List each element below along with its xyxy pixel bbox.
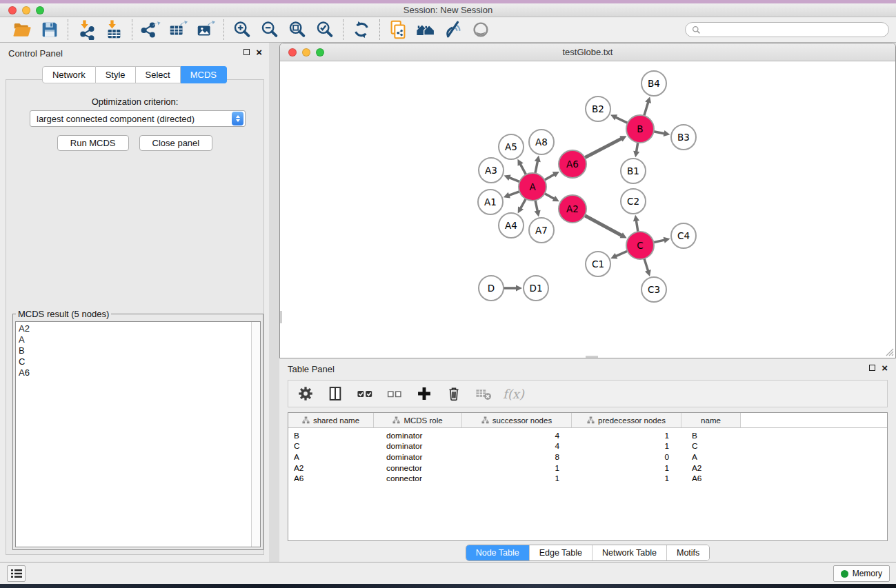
- table-row[interactable]: A6connector11A6: [288, 473, 887, 484]
- graph-node-C1[interactable]: C1: [586, 252, 610, 276]
- node-table[interactable]: shared name MCDS role successor nodes pr…: [288, 412, 888, 541]
- table-cell: C: [681, 441, 741, 452]
- table-cell: C: [288, 441, 374, 452]
- run-mcds-button[interactable]: Run MCDS: [57, 135, 129, 151]
- network-canvas[interactable]: B4B2BB3A8A5A6B1A3AC2A1A2A4A7C4CC1C3DD1: [280, 61, 895, 358]
- refresh-layout-icon[interactable]: [348, 18, 375, 41]
- result-item[interactable]: A: [16, 334, 250, 345]
- resize-grip[interactable]: [885, 347, 894, 356]
- add-column-icon[interactable]: [414, 383, 435, 404]
- graph-node-C2[interactable]: C2: [621, 189, 646, 214]
- graph-node-C3[interactable]: C3: [641, 277, 666, 302]
- table-cell: A6: [681, 473, 741, 484]
- import-network-icon[interactable]: [72, 18, 100, 41]
- tab-motifs[interactable]: Motifs: [666, 545, 709, 560]
- export-network-icon[interactable]: [137, 18, 164, 41]
- column-header-successor-nodes[interactable]: successor nodes: [462, 413, 572, 427]
- graph-node-A4[interactable]: A4: [499, 213, 524, 238]
- tab-node-table[interactable]: Node Table: [466, 545, 529, 560]
- close-panel-icon[interactable]: ×: [256, 48, 262, 56]
- close-table-panel-icon[interactable]: ×: [882, 364, 888, 372]
- close-panel-button[interactable]: Close panel: [139, 135, 213, 151]
- open-session-icon[interactable]: [8, 18, 36, 41]
- graph-node-C4[interactable]: C4: [671, 223, 696, 248]
- float-table-panel-icon[interactable]: [869, 365, 875, 371]
- graph-node-A6[interactable]: A6: [559, 150, 586, 178]
- graph-node-A2[interactable]: A2: [559, 195, 586, 223]
- search-box[interactable]: [685, 22, 889, 37]
- graph-node-A8[interactable]: A8: [529, 130, 554, 154]
- graph-node-B[interactable]: B: [626, 115, 654, 143]
- result-item[interactable]: A2: [16, 323, 250, 334]
- export-table-icon[interactable]: [164, 18, 192, 41]
- column-header-predecessor-nodes[interactable]: predecessor nodes: [572, 413, 681, 427]
- network-maximize-button[interactable]: [316, 48, 324, 57]
- graph-node-A1[interactable]: A1: [478, 190, 503, 214]
- task-history-button[interactable]: [7, 565, 26, 582]
- tab-mcds[interactable]: MCDS: [181, 66, 227, 83]
- delete-columns-icon[interactable]: [444, 383, 464, 404]
- network-overview-icon[interactable]: [412, 18, 439, 41]
- table-cell: 1: [462, 473, 572, 484]
- column-header-shared-name[interactable]: shared name: [288, 413, 374, 427]
- splitter-handle-bottom[interactable]: [586, 356, 598, 358]
- tab-select[interactable]: Select: [136, 66, 181, 83]
- export-image-icon[interactable]: [192, 18, 219, 41]
- table-row[interactable]: Adominator80A: [288, 452, 887, 463]
- graph-node-A7[interactable]: A7: [529, 218, 554, 243]
- graph-node-A5[interactable]: A5: [499, 134, 524, 159]
- result-item[interactable]: A6: [16, 367, 250, 378]
- graph-node-B2[interactable]: B2: [586, 97, 610, 121]
- toggle-columns-icon[interactable]: [325, 383, 346, 404]
- graph-node-D1[interactable]: D1: [524, 276, 548, 301]
- search-input[interactable]: [704, 25, 882, 34]
- import-table-icon[interactable]: [100, 18, 128, 41]
- tab-style[interactable]: Style: [96, 66, 136, 83]
- graph-node-D[interactable]: D: [479, 276, 504, 301]
- network-minimize-button[interactable]: [302, 48, 310, 57]
- table-row[interactable]: A2connector11A2: [288, 463, 887, 474]
- network-window-titlebar[interactable]: testGlobe.txt: [280, 43, 895, 61]
- tab-network-table[interactable]: Network Table: [592, 545, 666, 560]
- minimize-button[interactable]: [22, 6, 30, 14]
- zoom-in-icon[interactable]: [228, 18, 256, 41]
- clone-network-icon[interactable]: [384, 18, 412, 41]
- zoom-out-icon[interactable]: [256, 18, 283, 41]
- column-header-name[interactable]: name: [681, 413, 741, 427]
- criterion-select[interactable]: largest connected component (directed): [30, 110, 246, 127]
- settings-gear-icon[interactable]: [295, 383, 316, 404]
- toggle-graphics-details-icon[interactable]: [439, 18, 467, 41]
- maximize-button[interactable]: [36, 6, 44, 14]
- table-row[interactable]: Bdominator41B: [288, 430, 887, 441]
- memory-button[interactable]: Memory: [833, 565, 890, 582]
- save-session-icon[interactable]: [36, 18, 63, 41]
- result-item[interactable]: B: [16, 345, 250, 356]
- result-list-scrollbar[interactable]: [251, 322, 260, 547]
- graph-node-B4[interactable]: B4: [641, 71, 666, 96]
- show-hide-panels-icon[interactable]: [467, 18, 495, 41]
- graph-node-A[interactable]: A: [519, 173, 546, 201]
- close-button[interactable]: [8, 6, 17, 14]
- table-row[interactable]: Cdominator41C: [288, 441, 887, 452]
- mcds-result-listbox[interactable]: A2ABCA6: [15, 321, 261, 547]
- graph-node-B1[interactable]: B1: [621, 159, 646, 183]
- float-panel-icon[interactable]: [243, 49, 250, 55]
- column-header-MCDS-role[interactable]: MCDS role: [374, 413, 462, 427]
- tab-edge-table[interactable]: Edge Table: [529, 545, 592, 560]
- select-all-columns-icon[interactable]: [355, 383, 375, 404]
- splitter-handle-left[interactable]: [280, 311, 282, 323]
- network-close-button[interactable]: [288, 48, 297, 57]
- network-canvas-svg[interactable]: B4B2BB3A8A5A6B1A3AC2A1A2A4A7C4CC1C3DD1: [280, 61, 895, 358]
- unselect-all-columns-icon[interactable]: [384, 383, 405, 404]
- zoom-selected-icon[interactable]: [311, 18, 339, 41]
- control-panel-title: Control Panel: [8, 48, 63, 59]
- graph-node-A3[interactable]: A3: [479, 158, 504, 183]
- graph-node-B3[interactable]: B3: [671, 125, 696, 150]
- apply-function-icon[interactable]: f(x): [503, 383, 524, 404]
- table-cell: dominator: [374, 452, 462, 463]
- result-item[interactable]: C: [16, 356, 250, 367]
- zoom-fit-icon[interactable]: [283, 18, 311, 41]
- graph-node-C[interactable]: C: [626, 232, 654, 259]
- tab-network[interactable]: Network: [42, 66, 96, 83]
- delete-table-icon[interactable]: [473, 383, 494, 404]
